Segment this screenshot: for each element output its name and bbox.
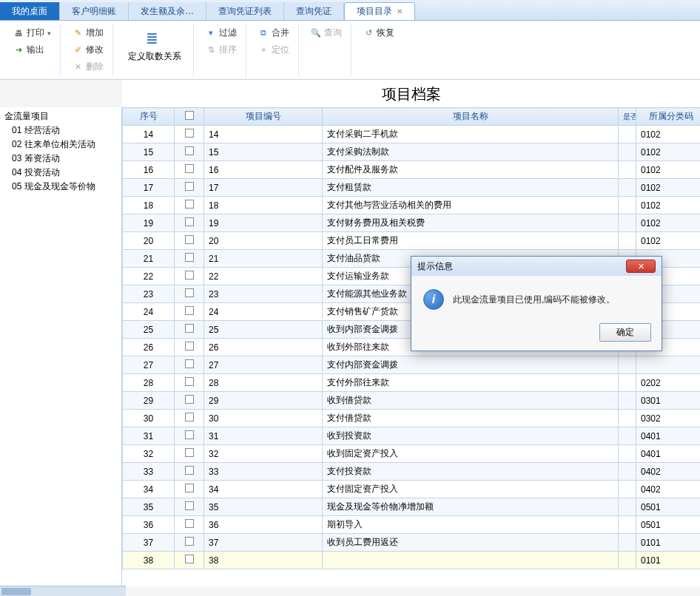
table-row[interactable]: 3232收到固定资产投入0401现金流入: [123, 445, 701, 463]
row-checkbox[interactable]: [185, 164, 194, 173]
tab-voucher-query[interactable]: 查询凭证: [284, 2, 344, 20]
row-checkbox[interactable]: [185, 288, 194, 297]
tree-item-4[interactable]: 05 现金及现金等价物: [4, 180, 117, 194]
close-icon[interactable]: ✕: [397, 7, 403, 16]
table-row[interactable]: 2727支付内部资金调拨现金流出: [123, 356, 701, 374]
edit-button[interactable]: ✐ 修改: [70, 42, 107, 58]
dialog-titlebar[interactable]: 提示信息 ✕: [411, 257, 662, 276]
table-row[interactable]: 1717支付租赁款0102现金流出: [123, 179, 701, 197]
row-checkbox[interactable]: [185, 466, 194, 475]
th-seq[interactable]: 序号: [123, 108, 175, 126]
row-checkbox[interactable]: [185, 217, 194, 226]
cell-check[interactable]: [175, 339, 204, 356]
th-js[interactable]: 是否结算: [619, 108, 636, 126]
cell-check[interactable]: [175, 410, 204, 427]
table-row[interactable]: 38380101现金流出: [123, 552, 701, 569]
table-row[interactable]: 1414支付采购二手机款0102现金流出: [123, 126, 701, 143]
th-check[interactable]: [175, 108, 204, 126]
tree-item-2[interactable]: 03 筹资活动: [4, 152, 117, 166]
restore-button[interactable]: ↺ 恢复: [360, 25, 397, 41]
tab-customer-ledger[interactable]: 客户明细账: [60, 2, 129, 20]
cell-check[interactable]: [175, 250, 204, 268]
dialog-ok-button[interactable]: 确定: [599, 323, 651, 342]
cell-check[interactable]: [175, 285, 204, 303]
sort-button[interactable]: ⇅ 排序: [203, 42, 240, 58]
cell-check[interactable]: [175, 161, 204, 179]
table-row[interactable]: 3131收到投资款0401现金流入: [123, 427, 701, 445]
row-checkbox[interactable]: [185, 324, 194, 333]
filter-button[interactable]: ▾ 过滤: [203, 25, 240, 41]
cell-check[interactable]: [175, 179, 204, 197]
row-checkbox[interactable]: [185, 342, 194, 351]
table-row[interactable]: 1515支付采购法制款0102现金流出: [123, 143, 701, 161]
table-row[interactable]: 2020支付员工日常费用0102现金流出: [123, 232, 701, 250]
row-checkbox[interactable]: [185, 537, 194, 546]
row-checkbox[interactable]: [185, 200, 194, 209]
cell-check[interactable]: [175, 445, 204, 463]
locate-button[interactable]: ⌖ 定位: [255, 42, 292, 58]
row-checkbox[interactable]: [185, 484, 194, 492]
dialog-close-button[interactable]: ✕: [626, 260, 656, 273]
cell-check[interactable]: [175, 463, 204, 481]
row-checkbox[interactable]: [185, 271, 194, 280]
delete-button[interactable]: ✕ 删除: [70, 59, 107, 75]
row-checkbox[interactable]: [185, 182, 194, 191]
table-row[interactable]: 3737收到员工费用返还0101现金流入: [123, 534, 701, 552]
cell-check[interactable]: [175, 126, 204, 143]
th-cat[interactable]: 所属分类码: [636, 108, 701, 126]
row-checkbox[interactable]: [185, 448, 194, 457]
merge-button[interactable]: ⧉ 合并: [255, 25, 292, 41]
th-name[interactable]: 项目名称: [323, 108, 619, 126]
cell-check[interactable]: [175, 534, 204, 552]
row-checkbox[interactable]: [185, 359, 194, 368]
h-scrollbar-thumb[interactable]: [1, 588, 31, 595]
cell-check[interactable]: [175, 303, 204, 321]
table-row[interactable]: 1616支付配件及服务款0102现金流出: [123, 161, 701, 179]
table-row[interactable]: 1919支付财务费用及相关税费0102现金流出: [123, 214, 701, 232]
table-row[interactable]: 3030支付借贷款0302现金流出: [123, 410, 701, 427]
tab-my-desktop[interactable]: 我的桌面: [0, 2, 60, 20]
cell-check[interactable]: [175, 498, 204, 516]
row-checkbox[interactable]: [185, 519, 194, 528]
row-checkbox[interactable]: [185, 555, 194, 563]
row-checkbox[interactable]: [185, 395, 194, 404]
tree-item-3[interactable]: 04 投资活动: [4, 166, 117, 180]
table-row[interactable]: 3535现金及现金等价物净增加额0501现金流入: [123, 498, 701, 516]
row-checkbox[interactable]: [185, 413, 194, 421]
tree-item-0[interactable]: 01 经营活动: [4, 123, 117, 138]
h-scrollbar[interactable]: [0, 586, 126, 596]
cell-check[interactable]: [175, 356, 204, 374]
cell-check[interactable]: [175, 392, 204, 410]
cell-check[interactable]: [175, 374, 204, 392]
table-row[interactable]: 3434支付固定资产投入0402现金流出: [123, 481, 701, 498]
cell-check[interactable]: [175, 516, 204, 534]
row-checkbox[interactable]: [185, 430, 194, 439]
row-checkbox[interactable]: [185, 501, 194, 510]
table-row[interactable]: 3333支付投资款0402现金流出: [123, 463, 701, 481]
row-checkbox[interactable]: [185, 377, 194, 386]
cell-check[interactable]: [175, 552, 204, 569]
row-checkbox[interactable]: [185, 235, 194, 244]
tree-root[interactable]: 金流量项目: [4, 110, 117, 123]
table-row[interactable]: 1818支付其他与营业活动相关的费用0102现金流出: [123, 197, 701, 214]
row-checkbox[interactable]: [185, 146, 194, 155]
tree-item-1[interactable]: 02 往来单位相关活动: [4, 138, 117, 152]
cell-check[interactable]: [175, 427, 204, 445]
tab-balance[interactable]: 发生额及余…: [129, 2, 206, 20]
header-checkbox[interactable]: [185, 111, 194, 120]
print-button[interactable]: 🖶 打印 ▾: [10, 25, 54, 41]
row-checkbox[interactable]: [185, 129, 194, 138]
cell-check[interactable]: [175, 143, 204, 161]
add-button[interactable]: ✎ 增加: [70, 25, 107, 41]
row-checkbox[interactable]: [185, 253, 194, 262]
cell-check[interactable]: [175, 321, 204, 339]
cell-check[interactable]: [175, 481, 204, 498]
query-button[interactable]: 🔍 查询: [308, 25, 345, 41]
table-row[interactable]: 2828支付外部往来款0202现金流出: [123, 374, 701, 392]
th-code[interactable]: 项目编号: [204, 108, 323, 126]
table-row[interactable]: 2929收到借贷款0301现金流入: [123, 392, 701, 410]
cell-check[interactable]: [175, 214, 204, 232]
cell-check[interactable]: [175, 197, 204, 214]
output-button[interactable]: ➜ 输出: [10, 42, 54, 58]
define-fetch-button[interactable]: ≣ 定义取数关系: [122, 25, 187, 67]
